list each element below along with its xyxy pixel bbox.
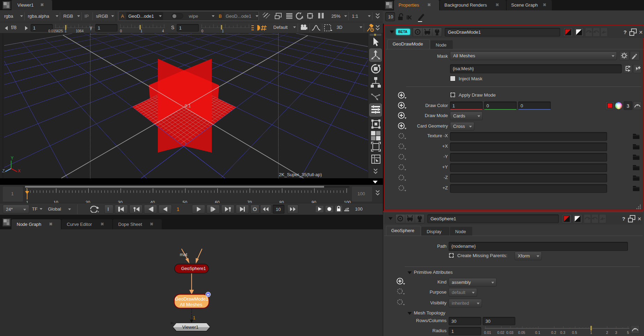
svg-text:mat: mat [180,252,187,257]
svg-text:1: 1 [193,315,195,320]
svg-text:I: I [107,206,109,212]
svg-text:GeoSphere1: GeoSphere1 [181,266,206,271]
svg-text:O: O [253,206,257,212]
svg-text:?: ? [622,216,625,222]
svg-text:3: 3 [627,103,629,109]
svg-text:Y: Y [11,156,14,161]
svg-text:Viewer1: Viewer1 [182,325,199,330]
svg-text:✕: ✕ [639,30,643,35]
svg-text:0.1: 0.1 [185,103,191,108]
svg-text:GeoDrawMode1: GeoDrawMode1 [175,296,208,302]
svg-text:M: M [207,293,209,296]
svg-text:1: 1 [185,142,187,146]
svg-text:All Meshes: All Meshes [180,302,202,307]
svg-text:0.2: 0.2 [551,330,556,335]
svg-text:0.01: 0.01 [484,330,491,335]
svg-text:2: 2 [606,330,608,335]
svg-text:2K_Super_35(full-ap): 2K_Super_35(full-ap) [279,172,322,177]
svg-text:?: ? [623,29,627,35]
svg-text:0.5: 0.5 [572,330,577,335]
svg-text:0.3: 0.3 [560,330,565,335]
svg-text:1: 1 [590,330,592,335]
svg-text:5: 5 [627,330,629,335]
svg-text:✕: ✕ [637,216,642,222]
svg-text:0.02: 0.02 [497,330,505,335]
svg-text:3: 3 [615,330,617,335]
svg-text:0.03: 0.03 [506,330,514,335]
svg-text:X: X [18,169,21,173]
svg-text:0.05: 0.05 [518,330,525,335]
svg-text:0.1: 0.1 [535,330,540,335]
